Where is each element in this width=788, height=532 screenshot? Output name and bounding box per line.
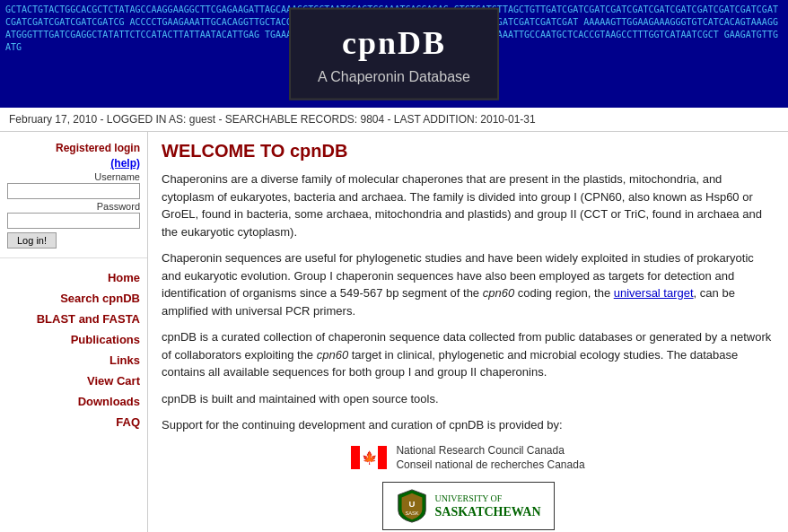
paragraph-1: Chaperonins are a diverse family of mole… bbox=[162, 170, 775, 240]
svg-rect-1 bbox=[351, 446, 360, 469]
nrc-logo: 🍁 National Research Council Canada Conse… bbox=[351, 443, 584, 474]
page-title: WELCOME TO cpnDB bbox=[162, 141, 775, 161]
sidebar-item-faq[interactable]: FAQ bbox=[0, 412, 147, 432]
usask-text: University of Saskatchewan bbox=[435, 493, 541, 520]
username-label: Username bbox=[7, 171, 140, 182]
site-logo: cpnDB A Chaperonin Database bbox=[289, 8, 499, 100]
svg-rect-2 bbox=[378, 446, 387, 469]
sidebar-item-links[interactable]: Links bbox=[0, 350, 147, 371]
password-label: Password bbox=[7, 201, 140, 212]
universal-target-link[interactable]: universal target bbox=[614, 286, 694, 300]
site-name: cpnDB bbox=[318, 21, 470, 65]
sidebar-item-home[interactable]: Home bbox=[0, 267, 147, 288]
username-input[interactable] bbox=[7, 183, 140, 199]
svg-text:SASK: SASK bbox=[405, 510, 418, 516]
sidebar-item-publications[interactable]: Publications bbox=[0, 329, 147, 350]
password-input[interactable] bbox=[7, 213, 140, 229]
logos-area: 🍁 National Research Council Canada Conse… bbox=[162, 443, 775, 531]
paragraph-2: Chaperonin sequences are useful for phyl… bbox=[162, 249, 775, 319]
sidebar: Registered login (help) Username Passwor… bbox=[0, 132, 148, 532]
login-section: Registered login (help) Username Passwor… bbox=[0, 141, 147, 258]
sidebar-item-viewcart[interactable]: View Cart bbox=[0, 371, 147, 391]
login-help-link[interactable]: (help) bbox=[110, 157, 140, 170]
usask-logo: U SASK University of Saskatchewan bbox=[382, 482, 555, 530]
sidebar-nav: Home Search cpnDB BLAST and FASTA Public… bbox=[0, 267, 147, 432]
svg-text:🍁: 🍁 bbox=[362, 450, 378, 466]
svg-text:U: U bbox=[408, 499, 415, 509]
info-bar: February 17, 2010 - LOGGED IN AS: guest … bbox=[0, 108, 788, 132]
registered-login-label: Registered login (help) bbox=[7, 141, 140, 171]
paragraph-4: cpnDB is built and maintained with open … bbox=[162, 390, 775, 408]
sidebar-item-search[interactable]: Search cpnDB bbox=[0, 288, 147, 309]
canadian-flag-icon: 🍁 bbox=[351, 446, 387, 469]
main-content: WELCOME TO cpnDB Chaperonins are a diver… bbox=[148, 132, 788, 532]
nrc-text: National Research Council Canada Conseil… bbox=[396, 443, 584, 474]
sidebar-item-blast[interactable]: BLAST and FASTA bbox=[0, 309, 147, 329]
paragraph-5: Support for the continuing development a… bbox=[162, 416, 775, 434]
site-subtitle: A Chaperonin Database bbox=[318, 67, 470, 87]
main-layout: Registered login (help) Username Passwor… bbox=[0, 132, 788, 532]
header-banner: GCTACTGTACTGGCACGCTCTATAGCCAAGGAAGGCTTCG… bbox=[0, 0, 788, 108]
info-text: February 17, 2010 - LOGGED IN AS: guest … bbox=[9, 113, 536, 126]
login-button[interactable]: Log in! bbox=[7, 232, 57, 249]
usask-shield-icon: U SASK bbox=[396, 488, 428, 524]
paragraph-3: cpnDB is a curated collection of chapero… bbox=[162, 328, 775, 381]
sidebar-item-downloads[interactable]: Downloads bbox=[0, 391, 147, 412]
